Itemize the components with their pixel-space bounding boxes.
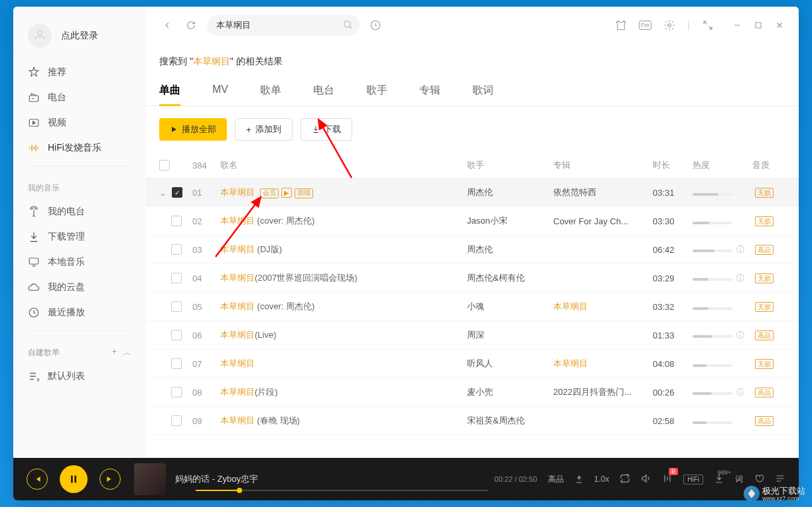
select-all-checkbox[interactable] bbox=[159, 160, 170, 171]
song-album[interactable]: Cover For Jay Ch... bbox=[553, 216, 653, 226]
row-checkbox[interactable] bbox=[171, 216, 182, 226]
info-icon[interactable]: ⓘ bbox=[736, 330, 744, 340]
song-name[interactable]: 本草纲目 bbox=[220, 358, 467, 370]
progress-bar[interactable] bbox=[196, 490, 488, 491]
song-artist[interactable]: 周杰伦 bbox=[467, 244, 553, 255]
row-checkbox[interactable] bbox=[171, 273, 182, 283]
sidebar-item-hifi[interactable]: HiFi发烧音乐 bbox=[13, 135, 146, 161]
song-artist[interactable]: 周杰伦 bbox=[467, 186, 553, 198]
song-row[interactable]: 08 本草纲目(片段) 麦小兜 2022四月抖音热门... 00:26 ⓘ 高品 bbox=[146, 378, 799, 407]
skin-icon[interactable] bbox=[615, 19, 627, 31]
user-login[interactable]: 点此登录 bbox=[13, 19, 146, 60]
effects-icon[interactable]: 新 bbox=[662, 473, 673, 486]
song-album[interactable]: 2022四月抖音热门... bbox=[553, 386, 653, 398]
speed-button[interactable]: 1.0x bbox=[594, 474, 610, 484]
song-name[interactable]: 本草纲目(2007世界巡回演唱会现场) bbox=[220, 272, 467, 284]
download-button[interactable]: 下载 bbox=[301, 118, 352, 141]
add-to-button[interactable]: + 添加到 bbox=[235, 118, 293, 141]
sidebar-item-radio[interactable]: 电台 bbox=[13, 85, 146, 110]
song-album[interactable]: 本草纲目 bbox=[553, 301, 653, 313]
tab-5[interactable]: 专辑 bbox=[419, 76, 440, 106]
search-icon[interactable] bbox=[342, 19, 353, 33]
play-pause-button[interactable] bbox=[60, 465, 88, 493]
close-button[interactable] bbox=[774, 19, 785, 31]
loop-icon[interactable] bbox=[620, 473, 630, 486]
refresh-button[interactable] bbox=[183, 17, 199, 33]
col-artist[interactable]: 歌手 bbox=[467, 159, 553, 171]
song-row[interactable]: 05 本草纲目 (cover: 周杰伦) 小魂 本草纲目 03:32 无损 bbox=[146, 293, 799, 321]
info-icon[interactable]: ⓘ bbox=[736, 273, 744, 283]
row-checkbox[interactable] bbox=[171, 387, 182, 398]
song-row[interactable]: ⌄✓ 01 本草纲目 会员▶原唱 周杰伦 依然范特西 03:31 无损 bbox=[146, 179, 799, 207]
back-button[interactable] bbox=[159, 17, 175, 33]
info-icon[interactable]: ⓘ bbox=[736, 388, 744, 397]
song-artist[interactable]: 麦小兜 bbox=[467, 386, 553, 398]
search-input[interactable] bbox=[207, 15, 360, 36]
song-artist[interactable]: 周杰伦&柯有伦 bbox=[467, 272, 553, 284]
sidebar-item-monitor[interactable]: 本地音乐 bbox=[13, 250, 146, 275]
sidebar-item-star[interactable]: 推荐 bbox=[13, 60, 146, 85]
now-playing-title[interactable]: 妈妈的话 - Zyboy忠宇 bbox=[175, 473, 494, 485]
mini-mode-icon[interactable] bbox=[702, 19, 714, 31]
song-artist[interactable]: Jason小宋 bbox=[467, 215, 553, 227]
fm-icon[interactable]: Fm bbox=[639, 21, 651, 30]
song-row[interactable]: 03 本草纲目 (DJ版) 周杰伦 06:42 ⓘ 高品 bbox=[146, 236, 799, 264]
info-icon[interactable]: ⓘ bbox=[736, 245, 744, 254]
row-checkbox[interactable] bbox=[171, 330, 182, 340]
song-name[interactable]: 本草纲目 (cover: 周杰伦) bbox=[220, 301, 467, 313]
volume-icon[interactable] bbox=[641, 473, 651, 486]
prev-button[interactable] bbox=[27, 469, 48, 490]
song-artist[interactable]: 宋祖英&周杰伦 bbox=[467, 415, 553, 427]
quality-button[interactable]: 高品 bbox=[548, 474, 564, 485]
song-artist[interactable]: 听风人 bbox=[467, 358, 553, 370]
playlist-icon[interactable] bbox=[775, 473, 785, 486]
song-row[interactable]: 09 本草纲目 (春晚 现场) 宋祖英&周杰伦 02:58 高品 bbox=[146, 407, 799, 435]
song-row[interactable]: 02 本草纲目 (cover: 周杰伦) Jason小宋 Cover For J… bbox=[146, 207, 799, 236]
sidebar-item-download[interactable]: 下载管理 bbox=[13, 224, 146, 250]
song-name[interactable]: 本草纲目 (春晚 现场) bbox=[220, 415, 467, 427]
tab-4[interactable]: 歌手 bbox=[366, 76, 387, 106]
col-album[interactable]: 专辑 bbox=[553, 159, 653, 171]
add-playlist-icon[interactable]: + bbox=[112, 347, 117, 358]
col-quality[interactable]: 音质 bbox=[752, 159, 785, 171]
song-name[interactable]: 本草纲目(Live) bbox=[220, 329, 467, 341]
col-heat[interactable]: 热度 bbox=[693, 159, 752, 171]
sidebar-item-cloud[interactable]: 我的云盘 bbox=[13, 275, 146, 300]
song-name[interactable]: 本草纲目(片段) bbox=[220, 386, 467, 398]
song-artist[interactable]: 小魂 bbox=[467, 301, 553, 313]
tab-6[interactable]: 歌词 bbox=[472, 76, 494, 106]
tab-3[interactable]: 电台 bbox=[313, 76, 334, 106]
lyric-button[interactable]: 词 bbox=[735, 474, 743, 485]
song-row[interactable]: 04 本草纲目(2007世界巡回演唱会现场) 周杰伦&柯有伦 03:29 ⓘ 无… bbox=[146, 264, 799, 293]
sidebar-item-video[interactable]: 视频 bbox=[13, 110, 146, 135]
tab-1[interactable]: MV bbox=[212, 76, 228, 106]
listen-recognize-icon[interactable] bbox=[368, 17, 383, 33]
song-album[interactable]: 本草纲目 bbox=[553, 358, 653, 370]
tab-2[interactable]: 歌单 bbox=[260, 76, 281, 106]
song-album[interactable]: 依然范特西 bbox=[553, 186, 653, 198]
song-row[interactable]: 06 本草纲目(Live) 周深 01:33 ⓘ 高品 bbox=[146, 321, 799, 350]
play-all-button[interactable]: 播放全部 bbox=[159, 118, 227, 141]
song-row[interactable]: 07 本草纲目 听风人 本草纲目 04:08 无损 bbox=[146, 350, 799, 378]
col-duration[interactable]: 时长 bbox=[653, 159, 693, 171]
song-name[interactable]: 本草纲目 (cover: 周杰伦) bbox=[220, 215, 467, 227]
next-button[interactable] bbox=[100, 469, 121, 490]
settings-icon[interactable] bbox=[663, 19, 675, 31]
row-checkbox[interactable] bbox=[171, 244, 182, 255]
hifi-badge[interactable]: HiFi bbox=[683, 474, 703, 484]
favorite-icon[interactable] bbox=[754, 473, 764, 486]
row-checkbox[interactable] bbox=[171, 301, 182, 312]
row-checkbox[interactable] bbox=[171, 415, 182, 426]
minimize-button[interactable] bbox=[731, 19, 743, 31]
row-checkbox[interactable]: ✓ bbox=[172, 187, 182, 198]
download-icon[interactable]: 999+ bbox=[714, 473, 724, 486]
maximize-button[interactable] bbox=[752, 19, 764, 31]
row-checkbox[interactable] bbox=[171, 358, 182, 369]
chevron-down-icon[interactable]: ⌄ bbox=[159, 188, 167, 198]
song-name[interactable]: 本草纲目 (DJ版) bbox=[220, 244, 467, 255]
share-icon[interactable] bbox=[575, 474, 584, 484]
sidebar-item-broadcast[interactable]: 我的电台 bbox=[13, 199, 146, 224]
sidebar-item-default-list[interactable]: 默认列表 bbox=[13, 364, 146, 389]
collapse-icon[interactable]: ︿ bbox=[123, 347, 131, 358]
sidebar-item-clock[interactable]: 最近播放 bbox=[13, 300, 146, 325]
